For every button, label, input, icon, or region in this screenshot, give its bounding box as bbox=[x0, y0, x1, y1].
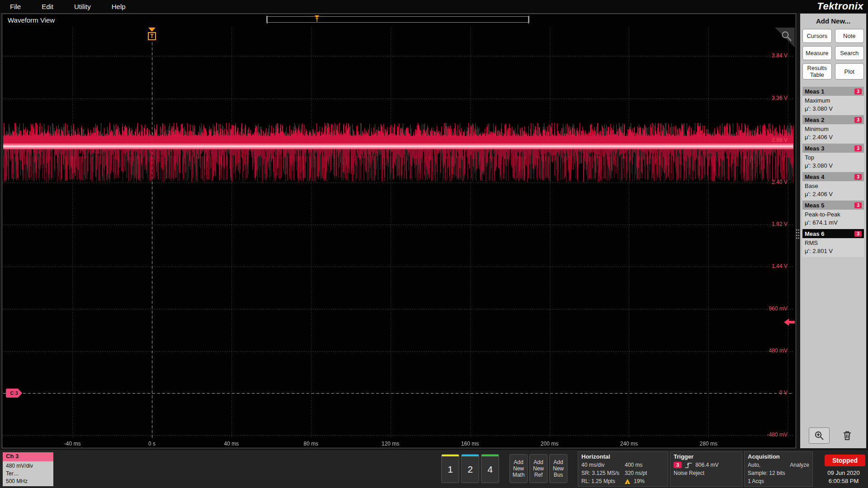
trash-icon bbox=[842, 430, 852, 441]
meas-name: Meas 4 bbox=[805, 174, 824, 180]
meas-source-badge: 3 bbox=[854, 145, 862, 151]
cursors-button[interactable]: Cursors bbox=[802, 29, 832, 43]
add-new-ref-button[interactable]: Add New Ref bbox=[529, 454, 547, 483]
add-new-bus-button[interactable]: Add New Bus bbox=[549, 454, 567, 483]
x-axis-label: 120 ms bbox=[382, 441, 399, 447]
acquisition-analyze: Analyze bbox=[790, 461, 809, 469]
menu-utility[interactable]: Utility bbox=[74, 3, 91, 10]
rising-edge-icon bbox=[684, 462, 693, 469]
horizontal-record-length: RL: 1.25 Mpts bbox=[581, 477, 625, 485]
measurement-badge[interactable]: Meas 4 3 Base μ': 2.406 V bbox=[802, 172, 864, 200]
horizontal-title: Horizontal bbox=[581, 453, 665, 461]
results-table-button[interactable]: Results Table bbox=[802, 63, 832, 80]
acquisition-sample: Sample: 12 bits bbox=[748, 469, 785, 477]
meas-value: μ': 2.801 V bbox=[805, 247, 862, 255]
zoom-magnifier-icon[interactable] bbox=[781, 30, 793, 42]
run-stop-status-button[interactable]: Stopped bbox=[825, 455, 865, 466]
trigger-level: 806.4 mV bbox=[695, 461, 718, 469]
horizontal-window: 400 ms bbox=[625, 461, 642, 469]
x-axis-label: 160 ms bbox=[461, 441, 479, 447]
trigger-flag-label: T bbox=[148, 32, 156, 40]
waveform-view-title: Waveform View bbox=[8, 16, 55, 24]
trigger-source-badge: 3 bbox=[674, 462, 682, 468]
meas-value: μ': 674.1 mV bbox=[805, 219, 862, 227]
x-axis-label: 240 ms bbox=[620, 441, 638, 447]
meas-label: Top bbox=[805, 154, 862, 162]
measure-button[interactable]: Measure bbox=[802, 46, 832, 60]
horizontal-sample-rate: SR: 3.125 MS/s bbox=[581, 469, 625, 477]
meas-label: RMS bbox=[805, 239, 862, 247]
menu-bar: File Edit Utility Help Tektronix bbox=[0, 0, 868, 13]
datetime-display: 09 Jun 2020 6:00:58 PM bbox=[821, 469, 866, 485]
meas-source-badge: 3 bbox=[854, 89, 862, 94]
acquisition-settings-panel[interactable]: Acquisition Auto, Analyze Sample: 12 bit… bbox=[744, 451, 813, 487]
channel-bandwidth: 500 MHz bbox=[6, 478, 50, 485]
meas-name: Meas 3 bbox=[805, 145, 824, 152]
settings-bar: Ch 3 480 mV/div Ter… 500 MHz 1 2 4 Add N… bbox=[0, 450, 868, 488]
acquisition-mode: Auto, bbox=[748, 461, 790, 469]
search-button[interactable]: Search bbox=[835, 46, 864, 60]
trash-button[interactable] bbox=[837, 427, 858, 444]
trigger-level-arrow-icon[interactable] bbox=[784, 318, 795, 326]
channel-4-button[interactable]: 4 bbox=[481, 454, 499, 483]
horizontal-resolution: 320 ns/pt bbox=[625, 469, 647, 477]
add-new-title: Add New... bbox=[802, 17, 864, 25]
waveform-graticule-canvas[interactable] bbox=[3, 28, 793, 438]
time-label: 6:00:58 PM bbox=[821, 477, 866, 485]
meas-value: μ': 2.406 V bbox=[805, 190, 862, 198]
x-axis-label: 40 ms bbox=[224, 441, 239, 447]
scrollbar-left-tick bbox=[267, 16, 268, 23]
meas-name: Meas 2 bbox=[805, 117, 824, 123]
menu-help[interactable]: Help bbox=[112, 3, 126, 10]
meas-name: Meas 6 bbox=[805, 230, 824, 237]
trigger-title: Trigger bbox=[674, 453, 739, 461]
measurement-badge[interactable]: Meas 1 3 Maximum μ': 3.080 V bbox=[802, 87, 864, 115]
channel-4-label: 4 bbox=[481, 456, 499, 483]
meas-value: μ': 3.080 V bbox=[805, 162, 862, 170]
measurement-badge[interactable]: Meas 6 3 RMS μ': 2.801 V bbox=[802, 229, 864, 257]
channel-scale: 480 mV/div bbox=[6, 462, 50, 470]
acquisition-title: Acquisition bbox=[748, 453, 809, 461]
channel-2-label: 2 bbox=[462, 456, 479, 483]
magnifier-plus-icon bbox=[814, 431, 824, 441]
x-axis-label: 80 ms bbox=[303, 441, 318, 447]
acquisition-count: 1 Acqs bbox=[748, 477, 764, 485]
trigger-settings-panel[interactable]: Trigger 3 806.4 mV Noise Reject bbox=[670, 451, 742, 487]
meas-name: Meas 5 bbox=[805, 202, 824, 209]
scrollbar-trigger-marker[interactable]: T bbox=[314, 15, 320, 23]
channel-termination: Ter… bbox=[6, 470, 50, 478]
horizontal-pan-scrollbar[interactable]: T bbox=[266, 16, 529, 23]
panel-resize-grip[interactable] bbox=[796, 229, 800, 239]
measurement-badge[interactable]: Meas 3 3 Top μ': 3.080 V bbox=[802, 144, 864, 172]
results-bar: Add New... Cursors Note Measure Search R… bbox=[800, 14, 866, 448]
menu-edit[interactable]: Edit bbox=[42, 3, 53, 10]
measurement-badge[interactable]: Meas 5 3 Peak-to-Peak μ': 674.1 mV bbox=[802, 201, 864, 229]
channel-1-button[interactable]: 1 bbox=[441, 454, 459, 483]
add-new-math-button[interactable]: Add New Math bbox=[509, 454, 528, 483]
horizontal-settings-panel[interactable]: Horizontal 40 ms/div 400 ms SR: 3.125 MS… bbox=[578, 451, 668, 487]
x-axis-label: 0 s bbox=[148, 441, 156, 447]
tektronix-logo: Tektronix bbox=[817, 0, 863, 12]
meas-label: Maximum bbox=[805, 97, 862, 105]
panel-footer bbox=[802, 427, 864, 444]
zoom-mode-button[interactable] bbox=[809, 427, 830, 444]
date-label: 09 Jun 2020 bbox=[821, 469, 866, 477]
plot-button[interactable]: Plot bbox=[835, 63, 864, 80]
meas-source-badge: 3 bbox=[854, 117, 862, 123]
trigger-mode: Noise Reject bbox=[674, 469, 704, 477]
warning-icon bbox=[625, 479, 631, 484]
meas-source-badge: 3 bbox=[854, 174, 862, 180]
meas-label: Peak-to-Peak bbox=[805, 211, 862, 219]
meas-value: μ': 2.406 V bbox=[805, 133, 862, 141]
measurement-badge[interactable]: Meas 2 3 Minimum μ': 2.406 V bbox=[802, 115, 864, 143]
horizontal-percent: 19% bbox=[634, 477, 645, 485]
channel-2-button[interactable]: 2 bbox=[461, 454, 479, 483]
trigger-position-flag[interactable]: T bbox=[148, 28, 156, 40]
menu-file[interactable]: File bbox=[10, 3, 21, 10]
add-new-button-grid: Cursors Note Measure Search Results Tabl… bbox=[802, 29, 864, 80]
channel-3-badge[interactable]: Ch 3 480 mV/div Ter… 500 MHz bbox=[3, 452, 53, 486]
x-axis-label: -40 ms bbox=[64, 441, 81, 447]
x-axis-label: 200 ms bbox=[541, 441, 558, 447]
note-button[interactable]: Note bbox=[835, 29, 864, 43]
channel-3-name: Ch 3 bbox=[3, 452, 53, 461]
